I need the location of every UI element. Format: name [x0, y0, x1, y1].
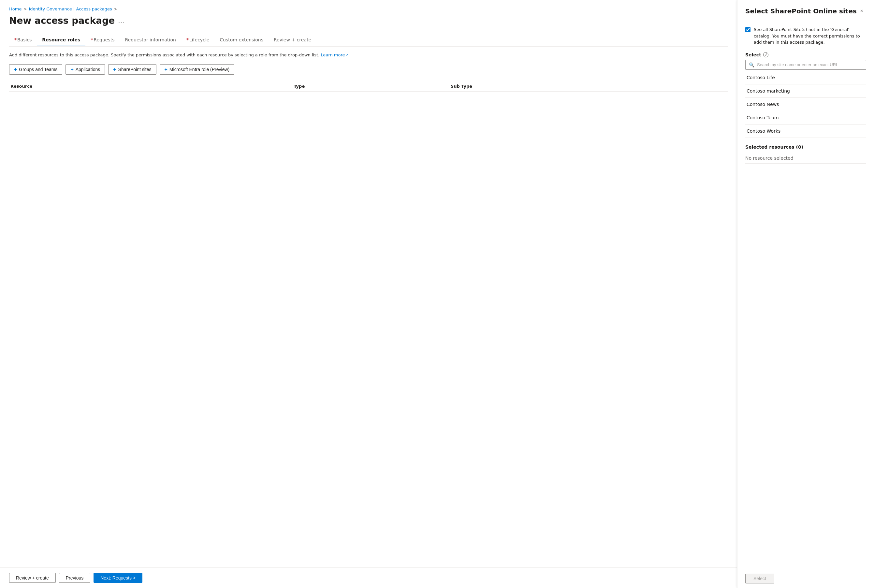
bottom-bar: Review + create Previous Next: Requests …: [0, 567, 737, 588]
panel-close-button[interactable]: ×: [857, 6, 866, 16]
tab-lifecycle[interactable]: *Lifecycle: [181, 34, 214, 46]
table-header-row: Resource Type Sub Type: [9, 81, 728, 92]
search-input[interactable]: [757, 62, 863, 67]
page-title-row: New access package ...: [9, 15, 728, 26]
show-all-sites-row: See all SharePoint Site(s) not in the 'G…: [745, 26, 866, 46]
review-create-button[interactable]: Review + create: [9, 573, 56, 583]
col-resource: Resource: [9, 81, 292, 92]
tab-custom-extensions[interactable]: Custom extensions: [214, 34, 268, 46]
learn-more-link[interactable]: Learn more↗: [321, 52, 348, 57]
previous-button[interactable]: Previous: [59, 573, 90, 583]
resource-btn-label: Applications: [76, 67, 100, 72]
select-label: Select: [745, 52, 761, 57]
search-icon: 🔍: [749, 62, 754, 68]
breadcrumb-identity[interactable]: Identity Governance | Access packages: [28, 6, 112, 11]
main-inner: Home > Identity Governance | Access pack…: [0, 0, 737, 567]
tab-basics[interactable]: *Basics: [9, 34, 37, 46]
resource-btn-groups-teams[interactable]: +Groups and Teams: [9, 64, 62, 75]
site-list-item[interactable]: Contoso Works: [745, 124, 866, 138]
resource-btn-label: Microsoft Entra role (Preview): [169, 67, 229, 72]
tab-requestor-info[interactable]: Requestor information: [120, 34, 181, 46]
plus-icon: +: [165, 66, 168, 72]
breadcrumb: Home > Identity Governance | Access pack…: [9, 6, 728, 11]
panel-header: Select SharePoint Online sites ×: [738, 0, 874, 21]
col-type: Type: [292, 81, 449, 92]
selected-resources-header: Selected resources (0): [745, 144, 866, 150]
description-text: Add different resources to this access p…: [9, 52, 728, 58]
site-list: Contoso LifeContoso marketingContoso New…: [745, 71, 866, 138]
resource-btn-label: SharePoint sites: [118, 67, 151, 72]
plus-icon: +: [70, 66, 73, 72]
resource-btn-label: Groups and Teams: [19, 67, 57, 72]
show-all-sites-label: See all SharePoint Site(s) not in the 'G…: [754, 26, 866, 46]
plus-icon: +: [113, 66, 116, 72]
site-list-item[interactable]: Contoso Life: [745, 71, 866, 84]
panel-footer: Select: [738, 569, 874, 588]
col-subtype: Sub Type: [450, 81, 728, 92]
resource-buttons: +Groups and Teams+Applications+SharePoin…: [9, 64, 728, 75]
select-label-row: Select i: [745, 52, 866, 57]
breadcrumb-sep-1: >: [24, 7, 27, 11]
page-options-button[interactable]: ...: [118, 17, 124, 25]
tab-bar: *BasicsResource roles*RequestsRequestor …: [9, 34, 728, 46]
info-icon[interactable]: i: [763, 52, 768, 57]
site-list-item[interactable]: Contoso Team: [745, 111, 866, 124]
breadcrumb-sep-2: >: [114, 7, 117, 11]
tab-resource-roles[interactable]: Resource roles: [37, 34, 85, 46]
breadcrumb-home[interactable]: Home: [9, 6, 21, 11]
right-panel: Select SharePoint Online sites × See all…: [737, 0, 874, 588]
tab-review-create[interactable]: Review + create: [268, 34, 316, 46]
resource-btn-sharepoint-sites[interactable]: +SharePoint sites: [108, 64, 156, 75]
resource-btn-entra-role[interactable]: +Microsoft Entra role (Preview): [160, 64, 235, 75]
page-title: New access package: [9, 15, 115, 26]
resource-btn-applications[interactable]: +Applications: [66, 64, 105, 75]
panel-title: Select SharePoint Online sites: [745, 7, 857, 15]
show-all-sites-checkbox[interactable]: [745, 27, 751, 32]
site-list-item[interactable]: Contoso News: [745, 98, 866, 111]
no-resource-text: No resource selected: [745, 153, 866, 164]
panel-body: See all SharePoint Site(s) not in the 'G…: [738, 21, 874, 569]
select-button[interactable]: Select: [745, 574, 774, 584]
main-content: Home > Identity Governance | Access pack…: [0, 0, 737, 588]
next-button[interactable]: Next: Requests >: [93, 573, 142, 583]
tab-requests[interactable]: *Requests: [85, 34, 120, 46]
plus-icon: +: [14, 66, 17, 72]
site-list-item[interactable]: Contoso marketing: [745, 84, 866, 98]
resource-table: Resource Type Sub Type: [9, 81, 728, 92]
search-box: 🔍: [745, 60, 866, 70]
